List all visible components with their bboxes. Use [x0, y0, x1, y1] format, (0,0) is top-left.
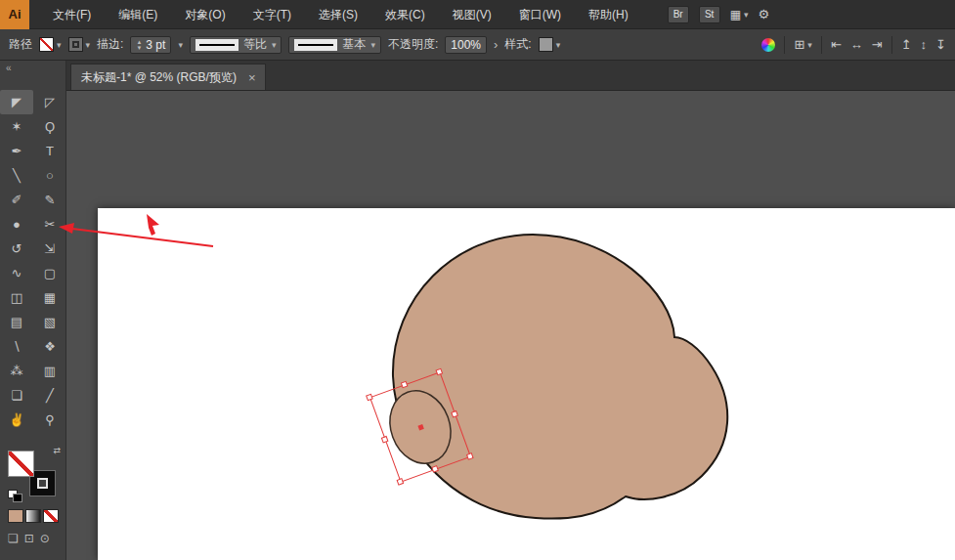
slice-tool-icon: ╱ [46, 388, 54, 403]
fill-color-button[interactable] [8, 509, 23, 523]
stroke-weight-dropdown-icon[interactable]: ▾ [178, 40, 183, 50]
menu-object[interactable]: 对象(O) [171, 0, 239, 29]
free-transform-tool[interactable]: ▢ [33, 261, 66, 285]
blob-brush-tool[interactable]: ● [0, 212, 33, 237]
close-icon[interactable]: × [248, 70, 256, 85]
selection-handle[interactable] [367, 394, 372, 400]
selection-handle[interactable] [467, 453, 473, 459]
rotate-tool-icon: ↺ [12, 241, 22, 256]
perspective-grid-tool-icon: ▦ [44, 290, 56, 305]
selection-handle[interactable] [401, 381, 407, 387]
stock-button[interactable]: St [699, 6, 720, 23]
opacity-panel-arrow-icon[interactable]: › [494, 37, 498, 52]
menu-help[interactable]: 帮助(H) [575, 0, 642, 29]
menu-file[interactable]: 文件(F) [39, 0, 105, 29]
align-left-icon[interactable]: ⇤ [831, 37, 842, 52]
free-transform-tool-icon: ▢ [44, 266, 56, 280]
fill-none-button[interactable] [43, 509, 59, 523]
fill-swatch[interactable] [8, 451, 34, 477]
fill-color-dropdown[interactable]: ▾ [39, 37, 62, 52]
mesh-tool[interactable]: ▤ [0, 310, 33, 334]
toolbar-collapse-button[interactable]: « [0, 61, 65, 76]
selection-handle[interactable] [397, 479, 403, 485]
menubar-right-cluster: Br St ▦ ▾ ⚙ [668, 6, 770, 23]
document-tab-title: 未标题-1* @ 52% (RGB/预览) [81, 69, 237, 86]
chevron-down-icon: ▾ [370, 40, 375, 50]
magic-wand-tool-icon: ✶ [12, 119, 22, 134]
selection-handle[interactable] [381, 436, 387, 442]
perspective-grid-tool[interactable]: ▦ [33, 285, 66, 310]
align-bottom-icon[interactable]: ↧ [935, 37, 946, 52]
ellipse-tool[interactable]: ○ [33, 163, 66, 188]
stepper-arrows-icon[interactable]: ▲ ▼ [136, 39, 142, 51]
rotate-tool[interactable]: ↺ [0, 237, 33, 261]
menu-edit[interactable]: 编辑(E) [105, 0, 171, 29]
selection-handle[interactable] [436, 368, 442, 374]
gradient-tool[interactable]: ▧ [33, 310, 66, 334]
opacity-value: 100% [451, 38, 481, 52]
document-tab[interactable]: 未标题-1* @ 52% (RGB/预览) × [70, 64, 266, 90]
stroke-weight-stepper[interactable]: ▲ ▼ 3 pt [130, 36, 171, 54]
scissors-tool[interactable]: ✂ [33, 212, 66, 237]
bridge-button[interactable]: Br [668, 6, 689, 23]
paint-mode-buttons [8, 509, 65, 523]
width-tool[interactable]: ∿ [0, 261, 33, 285]
stroke-profile-dropdown[interactable]: 等比 ▾ [190, 36, 282, 54]
scale-tool[interactable]: ⇲ [33, 237, 66, 261]
pencil-tool[interactable]: ✎ [33, 188, 66, 212]
align-top-icon[interactable]: ↥ [901, 37, 912, 52]
canvas[interactable] [66, 91, 955, 560]
draw-behind-icon[interactable]: ⊡ [24, 532, 34, 545]
default-fill-stroke-icon[interactable] [8, 490, 22, 501]
transform-menu[interactable]: ⊞ ▾ [794, 37, 811, 52]
slice-tool[interactable]: ╱ [33, 383, 66, 408]
blob-brush-tool-icon: ● [13, 217, 21, 232]
column-graph-tool-icon: ▥ [44, 364, 56, 378]
symbol-sprayer-tool[interactable]: ⁂ [0, 359, 33, 383]
selection-handle[interactable] [452, 411, 457, 417]
draw-normal-icon[interactable]: ❏ [8, 532, 19, 545]
eyedropper-tool[interactable]: ∖ [0, 334, 33, 359]
column-graph-tool[interactable]: ▥ [33, 359, 66, 383]
graphic-style-dropdown[interactable]: ▾ [539, 37, 561, 52]
hand-tool[interactable]: ✌ [0, 408, 33, 432]
artboard-tool[interactable]: ❏ [0, 383, 33, 408]
lasso-tool[interactable]: Ϙ [33, 114, 66, 139]
direct-selection-tool[interactable]: ◸ [33, 90, 66, 114]
recolor-artwork-icon[interactable] [761, 38, 775, 52]
align-middle-icon[interactable]: ↕ [921, 37, 928, 52]
workspace-switcher[interactable]: ▦ ▾ [730, 8, 749, 22]
zoom-tool[interactable]: ⚲ [33, 408, 66, 432]
menu-window[interactable]: 窗口(W) [505, 0, 575, 29]
shape-builder-tool[interactable]: ◫ [0, 285, 33, 310]
lasso-tool-icon: Ϙ [45, 119, 55, 134]
stepper-down-icon[interactable]: ▼ [136, 45, 142, 51]
chevron-down-icon: ▾ [744, 10, 749, 20]
artboard-tool-icon: ❏ [11, 388, 22, 403]
align-right-icon[interactable]: ⇥ [872, 37, 883, 52]
type-tool[interactable]: T [33, 139, 66, 163]
selection-tool[interactable]: ◤ [0, 90, 33, 114]
settings-icon[interactable]: ⚙ [759, 7, 770, 22]
pen-tool[interactable]: ✒ [0, 139, 33, 163]
direct-selection-tool-icon: ◸ [45, 95, 55, 109]
selection-handle[interactable] [432, 466, 438, 472]
menu-effect[interactable]: 效果(C) [371, 0, 439, 29]
fill-gradient-button[interactable] [25, 509, 41, 523]
blend-tool[interactable]: ❖ [33, 334, 66, 359]
stroke-color-dropdown[interactable]: ▾ [68, 37, 91, 52]
opacity-input[interactable]: 100% [445, 36, 487, 54]
paintbrush-tool[interactable]: ✐ [0, 188, 33, 212]
magic-wand-tool[interactable]: ✶ [0, 114, 33, 139]
line-segment-tool[interactable]: ╲ [0, 163, 33, 188]
line-segment-tool-icon: ╲ [13, 168, 21, 183]
gradient-tool-icon: ▧ [44, 315, 56, 329]
menu-type[interactable]: 文字(T) [239, 0, 305, 29]
align-center-icon[interactable]: ↔ [850, 37, 863, 52]
menu-select[interactable]: 选择(S) [305, 0, 371, 29]
draw-inside-icon[interactable]: ⊙ [40, 532, 50, 545]
brush-definition-dropdown[interactable]: 基本 ▾ [288, 36, 381, 54]
blob-shape[interactable] [393, 235, 727, 519]
swap-fill-stroke-icon[interactable]: ⇄ [53, 446, 61, 455]
menu-view[interactable]: 视图(V) [439, 0, 505, 29]
